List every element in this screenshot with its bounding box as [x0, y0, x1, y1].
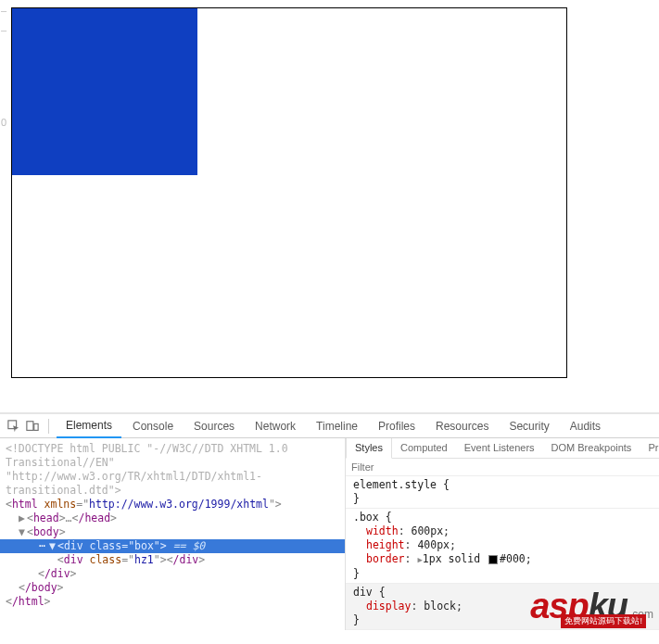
rendered-box — [11, 7, 567, 378]
inspect-element-icon[interactable] — [6, 418, 22, 435]
tab-timeline[interactable]: Timeline — [307, 415, 367, 437]
page-viewport: ––0 — [0, 0, 659, 412]
tab-elements[interactable]: Elements — [57, 414, 121, 438]
rule-element-style[interactable]: element.style { } — [346, 476, 659, 509]
doctype-node[interactable]: <!DOCTYPE html PUBLIC "-//W3C//DTD XHTML… — [6, 442, 345, 498]
tab-console[interactable]: Console — [123, 415, 183, 437]
div-close-node[interactable]: </div> — [6, 567, 345, 581]
styles-tabbar: Styles Computed Event Listeners DOM Brea… — [346, 438, 659, 459]
selected-div-box-node[interactable]: ⋯▼<div class="box"> == $0 — [0, 539, 345, 553]
tab-security[interactable]: Security — [500, 415, 558, 437]
svg-rect-1 — [27, 421, 33, 430]
styles-filter — [346, 459, 659, 476]
styles-tab-event-listeners[interactable]: Event Listeners — [456, 438, 543, 458]
devtools: Elements Console Sources Network Timelin… — [0, 412, 659, 630]
html-close-node[interactable]: </html> — [6, 595, 345, 609]
tab-audits[interactable]: Audits — [561, 415, 610, 437]
styles-filter-input[interactable] — [346, 459, 659, 475]
styles-tab-dom-breakpoints[interactable]: DOM Breakpoints — [543, 438, 640, 458]
body-close-node[interactable]: </body> — [6, 581, 345, 595]
styles-tab-computed[interactable]: Computed — [392, 438, 456, 458]
elements-panel[interactable]: <!DOCTYPE html PUBLIC "-//W3C//DTD XHTML… — [0, 438, 345, 630]
tab-separator — [48, 419, 49, 434]
tab-profiles[interactable]: Profiles — [369, 415, 425, 437]
head-node[interactable]: ▶<head>…</head> — [6, 511, 345, 525]
styles-panel: Styles Computed Event Listeners DOM Brea… — [345, 438, 659, 630]
rule-box[interactable]: .box { width: 600px; height: 400px; bord… — [346, 509, 659, 584]
ruler-gutter: ––0 — [0, 0, 6, 412]
color-swatch-icon[interactable] — [488, 555, 498, 564]
body-open-node[interactable]: ▼<body> — [6, 525, 345, 539]
tab-network[interactable]: Network — [246, 415, 305, 437]
svg-rect-2 — [34, 423, 38, 430]
styles-tab-properties[interactable]: Proper — [640, 438, 659, 458]
styles-tab-styles[interactable]: Styles — [346, 438, 392, 459]
div-hz1-node[interactable]: <div class="hz1"></div> — [6, 553, 345, 567]
tab-sources[interactable]: Sources — [184, 415, 244, 437]
tab-resources[interactable]: Resources — [426, 415, 498, 437]
devtools-tabbar: Elements Console Sources Network Timelin… — [0, 414, 659, 438]
device-mode-icon[interactable] — [24, 418, 41, 435]
rendered-hz1 — [12, 8, 197, 175]
rule-div[interactable]: div { display: block; } — [346, 584, 659, 630]
html-open-node[interactable]: <html xmlns="http://www.w3.org/1999/xhtm… — [6, 498, 345, 511]
